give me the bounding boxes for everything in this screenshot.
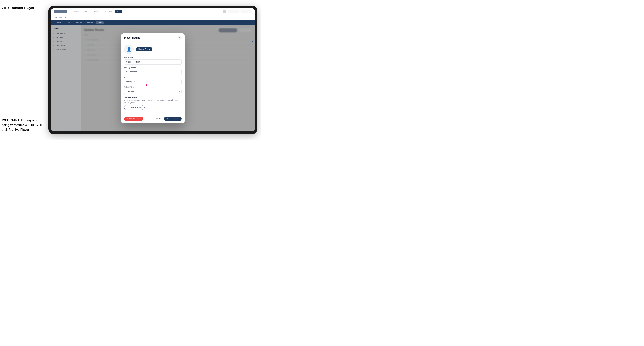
- tab-roster[interactable]: Roster: [54, 21, 63, 24]
- transfer-btn-label: Transfer Player: [130, 107, 142, 109]
- avatar-circle: 👤: [124, 45, 134, 54]
- transfer-icon: ⟳: [127, 106, 128, 109]
- school-year-field: School Year First Year Second Year Third…: [124, 86, 182, 94]
- modal-overlay: Player Details × 👤 Upload Photo: [51, 25, 255, 132]
- app-header: Dashboard Teams Roster Add Player More: [51, 8, 255, 15]
- tab-transfers[interactable]: Transfers: [84, 21, 95, 24]
- email-input[interactable]: [124, 79, 182, 84]
- upload-photo-button[interactable]: Upload Photo: [136, 47, 152, 51]
- archive-icon: ⬇: [126, 118, 128, 120]
- nav-item-roster[interactable]: Roster: [92, 10, 100, 13]
- nav-items: Dashboard Teams Roster Add Player More: [70, 10, 220, 13]
- nav-item-addplayer[interactable]: Add Player: [102, 10, 113, 13]
- full-name-input[interactable]: [124, 59, 182, 65]
- email-label: Email: [124, 76, 182, 78]
- modal-body: 👤 Upload Photo Full Name Display Name: [121, 42, 185, 115]
- player-details-modal: Player Details × 👤 Upload Photo: [121, 33, 185, 124]
- instruction-bold: Transfer Player: [10, 6, 34, 10]
- app-logo: [54, 10, 67, 13]
- archive-player-button[interactable]: ⬇ Archive Player: [124, 117, 143, 121]
- modal-title: Player Details: [124, 36, 140, 39]
- email-field: Email: [124, 76, 182, 84]
- modal-footer: ⬇ Archive Player Cancel Save Changes: [121, 115, 185, 124]
- school-year-select[interactable]: First Year Second Year Third Year Fourth…: [124, 89, 182, 94]
- school-year-select-wrapper: First Year Second Year Third Year Fourth…: [124, 89, 182, 94]
- person-icon: 👤: [126, 47, 132, 52]
- archive-btn-label: Archive Player: [129, 118, 141, 120]
- main-content: Team Dan Robertson Joe White Jake Davis …: [51, 25, 255, 132]
- transfer-section: Transfer Player If this player has moved…: [124, 96, 182, 110]
- footer-right-actions: Cancel Save Changes: [153, 117, 182, 121]
- tab-added[interactable]: Added: [64, 21, 72, 24]
- modal-header: Player Details ×: [121, 33, 185, 42]
- modal-close-button[interactable]: ×: [178, 36, 182, 40]
- tablet-screen: Dashboard Teams Roster Add Player More D…: [51, 8, 255, 132]
- tab-more[interactable]: More: [96, 21, 104, 24]
- transfer-description: If this player has moved to another scho…: [124, 99, 182, 104]
- sub-header: Dashboard (11): [51, 15, 255, 20]
- nav-item-teams[interactable]: Teams: [82, 10, 90, 13]
- transfer-section-label: Transfer Player: [124, 96, 182, 99]
- full-name-field: Full Name: [124, 57, 182, 65]
- instruction-bottom: IMPORTANT: If a player is being transfer…: [2, 118, 43, 132]
- cancel-button[interactable]: Cancel: [153, 117, 163, 121]
- tabs-bar: Roster Added Removed Transfers More: [51, 20, 255, 25]
- display-name-label: Display Name: [124, 66, 182, 69]
- save-changes-button[interactable]: Save Changes: [164, 117, 182, 121]
- avatar-section: 👤 Upload Photo: [124, 45, 182, 54]
- breadcrumb: Dashboard (11): [54, 16, 66, 18]
- full-name-label: Full Name: [124, 57, 182, 59]
- archive-player-label: Archive Player: [8, 128, 29, 131]
- instruction-top: Click Transfer Player: [2, 5, 34, 10]
- header-avatar: [223, 10, 226, 13]
- tab-removed[interactable]: Removed: [73, 21, 84, 24]
- header-extra-btn[interactable]: [240, 10, 252, 13]
- display-name-input[interactable]: [124, 69, 182, 74]
- display-name-field: Display Name: [124, 66, 182, 74]
- nav-item-more[interactable]: More: [115, 10, 122, 13]
- nav-item-dashboard[interactable]: Dashboard: [70, 10, 80, 13]
- tablet-device: Dashboard Teams Roster Add Player More D…: [48, 5, 258, 134]
- important-label: IMPORTANT: [2, 119, 20, 122]
- school-year-label: School Year: [124, 86, 182, 88]
- do-not-label: DO NOT: [31, 124, 43, 127]
- transfer-player-button[interactable]: ⟳ Transfer Player: [124, 105, 144, 110]
- header-right: [223, 10, 252, 13]
- header-add-btn[interactable]: [228, 10, 239, 13]
